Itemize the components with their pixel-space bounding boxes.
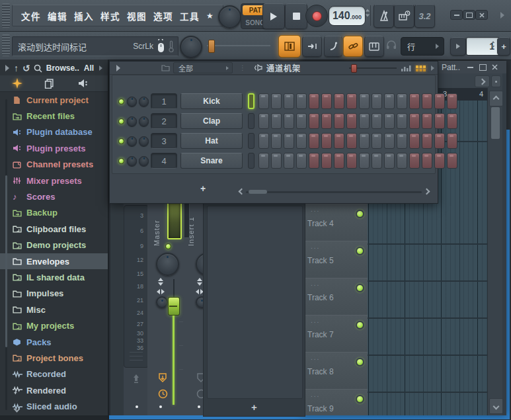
step-grid-toggle-button[interactable] — [278, 35, 301, 58]
step-button[interactable] — [397, 93, 407, 109]
channel-name-button[interactable]: Clap — [180, 113, 243, 129]
toolbar-overflow-arrow-icon[interactable] — [500, 12, 504, 19]
step-button[interactable] — [397, 153, 407, 169]
step-button[interactable] — [334, 113, 344, 129]
step-button[interactable] — [397, 133, 407, 149]
master-enable-led[interactable] — [165, 243, 171, 249]
playlist-track-header-track-5[interactable]: ...Track 5 — [303, 241, 368, 279]
track-menu-dots[interactable]: ... — [311, 206, 320, 213]
browser-item-scores[interactable]: ♪Scores — [0, 189, 108, 204]
track-enable-led[interactable] — [356, 247, 364, 255]
track-enable-led[interactable] — [356, 210, 364, 218]
browser-filter-all-label[interactable]: All — [84, 63, 94, 73]
master-swap-vertical-icon[interactable] — [158, 278, 163, 286]
browser-scrollbar-thumb[interactable] — [5, 175, 7, 347]
browser-tab-smart-find-icon[interactable] — [12, 78, 22, 89]
step-button[interactable] — [321, 133, 332, 149]
next-pattern-button[interactable] — [302, 36, 322, 57]
browser-refresh-icon[interactable]: ↺ — [22, 63, 30, 73]
step-button[interactable] — [271, 113, 282, 129]
record-button[interactable] — [305, 5, 328, 27]
menu-tools[interactable]: 工具 — [177, 9, 203, 22]
step-button[interactable] — [346, 133, 357, 149]
rack-swing-handle[interactable] — [351, 64, 357, 73]
browser-item-plugin-database[interactable]: Plugin database — [0, 124, 108, 140]
channel-number-display[interactable]: 1 — [151, 93, 177, 109]
channel-select-indicator[interactable] — [248, 113, 255, 129]
master-arm-disk-icon[interactable] — [158, 373, 167, 384]
toolbar-grip-handle[interactable] — [2, 3, 10, 28]
minimize-button[interactable] — [450, 10, 463, 20]
stop-button[interactable] — [285, 3, 307, 29]
menu-patterns[interactable]: 样式 — [97, 9, 124, 22]
step-button[interactable] — [447, 93, 457, 109]
step-button[interactable] — [447, 133, 457, 149]
rack-scroll-left-icon[interactable] — [239, 189, 245, 195]
step-button[interactable] — [372, 133, 382, 149]
browser-item-clipboard-files[interactable]: Clipboard files — [0, 221, 108, 237]
step-button[interactable] — [271, 133, 282, 149]
playlist-track-header-track-7[interactable]: ...Track 7 — [303, 315, 368, 353]
browser-item-my-projects[interactable]: My projects — [0, 317, 108, 333]
track-menu-dots[interactable]: ... — [311, 391, 320, 398]
track-menu-dots[interactable]: ... — [311, 317, 320, 324]
pattern-play-button[interactable] — [450, 37, 466, 56]
browser-item-mixer-presets[interactable]: Mixer presets — [0, 173, 108, 189]
rack-group-filter[interactable]: 全部 — [173, 62, 233, 73]
rack-keyboard-editor-icon[interactable] — [415, 65, 426, 71]
typing-keyboard-button[interactable] — [364, 36, 384, 57]
step-button[interactable] — [321, 93, 332, 109]
step-button[interactable] — [346, 153, 357, 169]
step-button[interactable] — [434, 133, 445, 149]
step-button[interactable] — [372, 113, 382, 129]
browser-item-packs[interactable]: Packs — [0, 334, 108, 350]
browser-up-icon[interactable]: ↑ — [14, 63, 19, 73]
link-to-controller-button[interactable] — [343, 36, 363, 57]
step-button[interactable] — [422, 93, 432, 109]
mixer-route-up-icon[interactable] — [132, 373, 141, 384]
rack-graph-editor-icon[interactable] — [401, 65, 411, 71]
channel-mute-led[interactable] — [118, 158, 124, 164]
step-button[interactable] — [409, 113, 420, 129]
step-button[interactable] — [434, 113, 445, 129]
step-button[interactable] — [296, 153, 307, 169]
step-button[interactable] — [409, 133, 420, 149]
step-button[interactable] — [422, 113, 432, 129]
step-button[interactable] — [284, 93, 294, 109]
channel-volume-knob[interactable] — [139, 136, 149, 146]
channel-number-display[interactable]: 4 — [151, 153, 177, 169]
browser-item-rendered[interactable]: Rendered — [0, 382, 108, 398]
channel-pan-knob[interactable] — [127, 136, 137, 146]
step-button[interactable] — [271, 153, 282, 169]
browser-item-recorded[interactable]: Recorded — [0, 366, 108, 382]
channel-name-button[interactable]: Kick — [180, 93, 243, 109]
channel-volume-knob[interactable] — [139, 116, 149, 126]
step-button[interactable] — [258, 153, 269, 169]
channel-name-button[interactable]: Snare — [180, 153, 243, 169]
rack-scroll-right-icon[interactable] — [424, 189, 430, 195]
step-button[interactable] — [359, 133, 370, 149]
step-button[interactable] — [409, 153, 420, 169]
rack-overflow-arrow-icon[interactable] — [431, 65, 434, 71]
main-pitch-slider[interactable] — [207, 40, 270, 52]
menu-view[interactable]: 视图 — [124, 9, 150, 22]
master-pan-knob[interactable] — [156, 253, 179, 276]
step-button[interactable] — [309, 133, 319, 149]
browser-item-demo-projects[interactable]: Demo projects — [0, 237, 108, 253]
channel-volume-knob[interactable] — [139, 97, 149, 106]
playlist-scrollbar-thumb[interactable] — [491, 107, 500, 139]
browser-item-channel-presets[interactable]: Channel presets — [0, 157, 108, 173]
channel-pan-knob[interactable] — [127, 97, 137, 106]
step-button[interactable] — [284, 133, 294, 149]
channel-mute-led[interactable] — [118, 99, 124, 105]
playlist-maximize-icon[interactable] — [479, 64, 487, 71]
playlist-close-icon[interactable] — [492, 64, 498, 70]
mixer-fx-slot-area[interactable] — [207, 206, 303, 399]
playlist-scroll-down-button[interactable] — [489, 398, 503, 414]
step-button[interactable] — [384, 133, 395, 149]
track-enable-led[interactable] — [356, 358, 364, 366]
add-pattern-button[interactable]: + — [497, 37, 510, 56]
step-button[interactable] — [334, 93, 344, 109]
step-button[interactable] — [284, 153, 294, 169]
pitch-slider-handle[interactable] — [208, 40, 215, 53]
